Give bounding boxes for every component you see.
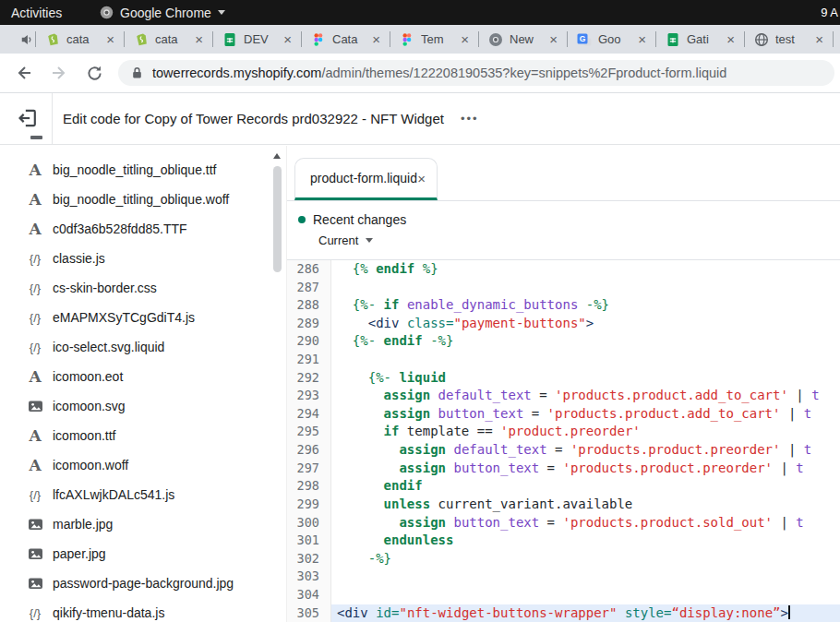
more-actions-button[interactable]: •••: [461, 112, 479, 126]
browser-tab-10[interactable]: [835, 25, 840, 54]
file-item[interactable]: {/}cs-skin-border.css: [0, 273, 286, 303]
tab-divider: [212, 31, 213, 47]
app-menu[interactable]: Google Chrome: [100, 6, 225, 20]
code-text: if template == 'product.preorder': [331, 423, 840, 441]
file-item[interactable]: paper.jpg: [0, 539, 286, 568]
code-line-303[interactable]: 303: [287, 568, 840, 586]
file-item[interactable]: Abig_noodle_titling_oblique.woff: [0, 185, 286, 214]
file-item[interactable]: {/}classie.js: [0, 244, 286, 273]
code-line-305[interactable]: 305<div id="nft-widget-buttons-wrapper" …: [287, 604, 840, 622]
browser-tab-strip: cata×cata×DEV×Cata×Tem×New×GGoo×Gati×tes…: [0, 25, 840, 54]
browser-tab-8[interactable]: Gati×: [658, 25, 742, 54]
exit-code-editor-button[interactable]: [16, 106, 40, 130]
tab-divider: [301, 31, 302, 47]
activities-menu[interactable]: Activities: [11, 6, 62, 20]
forward-button[interactable]: [48, 62, 70, 84]
font-file-icon: A: [26, 162, 44, 178]
code-line-295[interactable]: 295 if template == 'product.preorder': [287, 423, 840, 441]
tab-close-icon[interactable]: ×: [372, 32, 380, 47]
code-line-290[interactable]: 290 {%- endif -%}: [287, 332, 840, 351]
file-item[interactable]: Aicomoon.ttf: [0, 421, 286, 450]
figma-favicon-icon: [400, 32, 414, 47]
code-line-286[interactable]: 286 {% endif %}: [287, 260, 840, 279]
tab-close-icon[interactable]: ×: [726, 32, 735, 47]
back-button[interactable]: [13, 62, 35, 84]
open-file-tab[interactable]: product-form.liquid ×: [294, 158, 438, 200]
browser-toolbar: towerrecords.myshopify.com/admin/themes/…: [0, 54, 840, 93]
file-item[interactable]: {/}ico-select.svg.liquid: [0, 332, 286, 362]
code-line-288[interactable]: 288 {%- if enable_dynamic_buttons -%}: [287, 296, 840, 315]
code-line-292[interactable]: 292 {%- liquid: [287, 369, 840, 388]
browser-tab-9[interactable]: test×: [747, 25, 831, 54]
tab-title: Tem: [421, 32, 451, 46]
tab-close-icon[interactable]: ×: [549, 32, 558, 47]
image-file-icon: [26, 399, 44, 413]
lock-icon[interactable]: [131, 66, 143, 79]
reload-button[interactable]: [83, 62, 105, 84]
file-item[interactable]: {/}qikify-tmenu-data.js: [0, 598, 286, 622]
browser-tab-3[interactable]: DEV×: [215, 25, 299, 54]
file-item[interactable]: Abig_noodle_titling_oblique.ttf: [0, 155, 286, 185]
code-line-296[interactable]: 296 assign default_text = 'products.prod…: [287, 441, 840, 460]
scrollbar-thumb[interactable]: [273, 166, 282, 272]
code-line-301[interactable]: 301 endunless: [287, 532, 840, 550]
address-bar[interactable]: towerrecords.myshopify.com/admin/themes/…: [118, 60, 834, 86]
code-line-299[interactable]: 299 unless current_variant.available: [287, 496, 840, 514]
file-item[interactable]: {/}lfcAXLwjkDALc541.js: [0, 480, 286, 509]
file-name: eMAPMXSyTCgGdiT4.js: [53, 310, 195, 325]
code-line-293[interactable]: 293 assign default_text = 'products.prod…: [287, 387, 840, 405]
recent-changes-label: Recent changes: [313, 212, 406, 227]
code-line-302[interactable]: 302 -%}: [287, 550, 840, 568]
file-item[interactable]: {/}eMAPMXSyTCgGdiT4.js: [0, 303, 286, 332]
browser-tab-2[interactable]: cata×: [126, 25, 210, 54]
browser-tab-6[interactable]: New×: [481, 25, 565, 54]
file-item[interactable]: Aicomoon.woff: [0, 450, 286, 480]
code-line-297[interactable]: 297 assign button_text = 'products.produ…: [287, 460, 840, 478]
tab-close-icon[interactable]: ×: [638, 32, 646, 47]
page-header: Edit code for Copy of Tower Records prd0…: [0, 93, 840, 145]
file-item[interactable]: Ac0df3a6b528fdd85.TTF: [0, 214, 286, 244]
browser-tab-4[interactable]: Cata×: [304, 25, 388, 54]
code-line-300[interactable]: 300 assign button_text = 'products.produ…: [287, 514, 840, 532]
browser-tab-5[interactable]: Tem×: [392, 25, 476, 54]
file-name: big_noodle_titling_oblique.ttf: [53, 162, 216, 177]
code-line-287[interactable]: 287: [287, 279, 840, 297]
code-line-291[interactable]: 291: [287, 351, 840, 369]
code-line-289[interactable]: 289 <div class="payment-buttons">: [287, 315, 840, 333]
code-line-304[interactable]: 304: [287, 586, 840, 604]
version-select[interactable]: Current: [318, 233, 840, 247]
code-text: {%- endif -%}: [331, 332, 840, 351]
code-lines[interactable]: 286 {% endif %}287288 {%- if enable_dyna…: [287, 260, 840, 622]
file-name: qikify-tmenu-data.js: [53, 605, 164, 620]
scroll-up-button[interactable]: [273, 153, 281, 159]
code-text: [331, 279, 840, 297]
code-line-298[interactable]: 298 endif: [287, 477, 840, 496]
tab-title: DEV: [244, 32, 274, 46]
line-number: 304: [287, 586, 331, 604]
file-name: icomoon.eot: [53, 369, 123, 384]
file-name: cs-skin-border.css: [53, 281, 157, 295]
partial-icon-fragment: [30, 136, 42, 139]
tab-close-icon[interactable]: ×: [461, 32, 469, 47]
code-line-294[interactable]: 294 assign button_text = 'products.produ…: [287, 405, 840, 424]
tab-close-icon[interactable]: ×: [283, 32, 292, 47]
line-number: 305: [287, 604, 331, 622]
file-item[interactable]: password-page-background.jpg: [0, 568, 286, 598]
browser-tab-7[interactable]: GGoo×: [570, 25, 654, 54]
file-item[interactable]: marble.jpg: [0, 509, 286, 539]
sidebar-scrollbar[interactable]: [271, 148, 283, 622]
browser-tab-1[interactable]: cata×: [38, 25, 122, 54]
code-text: -%}: [331, 550, 840, 568]
code-text: <div id="nft-widget-buttons-wrapper" sty…: [331, 604, 840, 622]
code-text: assign default_text = 'products.product.…: [331, 441, 840, 460]
tab-close-icon[interactable]: ×: [195, 32, 203, 47]
file-item[interactable]: icomoon.svg: [0, 391, 286, 421]
tab-close-icon[interactable]: ×: [417, 171, 426, 186]
line-number: 302: [287, 550, 331, 568]
header-divider: [52, 93, 53, 144]
audio-indicator-icon[interactable]: [20, 33, 33, 46]
tab-close-icon[interactable]: ×: [815, 32, 823, 47]
code-file-icon: {/}: [26, 281, 44, 295]
file-item[interactable]: Aicomoon.eot: [0, 362, 286, 391]
tab-close-icon[interactable]: ×: [106, 32, 114, 47]
